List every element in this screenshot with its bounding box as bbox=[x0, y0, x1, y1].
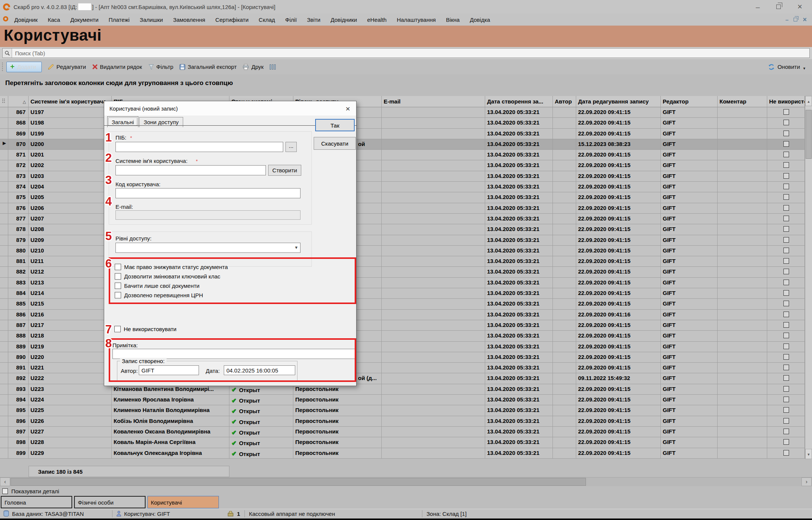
menu-item-6[interactable]: Замовлення bbox=[173, 17, 205, 23]
not-used-checkbox[interactable] bbox=[783, 194, 789, 200]
not-used-checkbox[interactable] bbox=[783, 290, 789, 296]
group-by-panel[interactable]: Перетягніть заголовок колонки сюди для у… bbox=[0, 75, 812, 96]
table-row-895[interactable]: 895U225Клименко Наталія Володимирівна✔От… bbox=[0, 405, 805, 416]
sysname-input[interactable] bbox=[115, 165, 266, 175]
not-used-checkbox[interactable] bbox=[783, 269, 789, 274]
not-used-checkbox[interactable] bbox=[783, 152, 789, 157]
email-input[interactable] bbox=[115, 210, 301, 220]
edit-button[interactable]: Редагувати bbox=[48, 64, 86, 70]
menu-item-8[interactable]: Склад bbox=[259, 17, 275, 23]
menu-item-5[interactable]: Залишки bbox=[140, 17, 163, 23]
menu-item-11[interactable]: Довідники bbox=[331, 17, 357, 23]
column-header-2[interactable]: Системне ім'я користувача bbox=[29, 96, 112, 107]
column-header-7[interactable]: Дата створення за... bbox=[485, 96, 553, 107]
column-header-8[interactable]: Автор bbox=[553, 96, 576, 107]
column-header-11[interactable]: Коментар bbox=[718, 96, 767, 107]
not-used-checkbox[interactable] bbox=[783, 248, 789, 253]
minimize-icon[interactable]: – bbox=[756, 3, 760, 11]
cancel-button[interactable]: Скасувати bbox=[314, 137, 356, 150]
not-used-checkbox[interactable] bbox=[783, 450, 789, 456]
menu-item-9[interactable]: Філії bbox=[285, 17, 297, 23]
table-row-899[interactable]: 899U229Ковальчук Олександра Ігорівна✔Отк… bbox=[0, 448, 805, 459]
export-button[interactable]: Загальний експорт bbox=[179, 64, 237, 70]
not-use-checkbox[interactable] bbox=[114, 326, 121, 332]
not-used-checkbox[interactable] bbox=[783, 365, 789, 370]
not-used-checkbox[interactable] bbox=[783, 354, 789, 360]
menu-item-4[interactable]: Платежі bbox=[109, 17, 130, 23]
column-header-9[interactable]: Дата редагування запису bbox=[576, 96, 661, 107]
not-used-checkbox[interactable] bbox=[783, 386, 789, 392]
not-used-checkbox[interactable] bbox=[783, 312, 789, 317]
not-used-checkbox[interactable] bbox=[783, 333, 789, 338]
menu-item-7[interactable]: Сертифікати bbox=[216, 17, 249, 23]
menu-item-2[interactable]: Каса bbox=[48, 17, 60, 23]
not-used-checkbox[interactable] bbox=[783, 205, 789, 211]
mdi-restore-icon[interactable] bbox=[794, 18, 797, 21]
not-used-checkbox[interactable] bbox=[783, 375, 789, 381]
refresh-dropdown-icon[interactable]: ▼ bbox=[803, 67, 806, 70]
show-details-checkbox[interactable] bbox=[2, 488, 8, 494]
scroll-left-button[interactable]: ‹ bbox=[0, 477, 10, 486]
menu-item-13[interactable]: Налаштування bbox=[397, 17, 436, 23]
vertical-scroll-thumb[interactable] bbox=[806, 110, 812, 159]
not-used-checkbox[interactable] bbox=[783, 429, 789, 434]
table-row-897[interactable]: 897U227Коваленко Оксана Володимирівна✔От… bbox=[0, 427, 805, 437]
usercode-input[interactable] bbox=[115, 188, 301, 198]
not-used-checkbox[interactable] bbox=[783, 418, 789, 424]
column-header-1[interactable]: △ bbox=[8, 96, 29, 107]
bottom-tab-1[interactable]: Головна bbox=[1, 496, 72, 508]
menu-item-15[interactable]: Довідка bbox=[470, 17, 490, 23]
not-used-checkbox[interactable] bbox=[783, 109, 789, 115]
search-input[interactable] bbox=[12, 50, 809, 56]
not-used-checkbox[interactable] bbox=[783, 141, 789, 147]
column-header-6[interactable]: E-mail bbox=[382, 96, 485, 107]
mdi-close-icon[interactable]: × bbox=[803, 16, 807, 24]
menu-item-10[interactable]: Звіти bbox=[307, 17, 320, 23]
not-used-checkbox[interactable] bbox=[783, 344, 789, 349]
close-icon[interactable]: × bbox=[797, 3, 802, 11]
not-used-checkbox[interactable] bbox=[783, 162, 789, 168]
not-used-checkbox[interactable] bbox=[783, 226, 789, 232]
table-row-894[interactable]: 894U224Клименко Ярослава Ігорівна✔Открыт… bbox=[0, 395, 805, 405]
not-used-checkbox[interactable] bbox=[783, 301, 789, 306]
table-row-898[interactable]: 898U228Коваль Марія-Анна Сергіївна✔Откры… bbox=[0, 437, 805, 448]
not-used-checkbox[interactable] bbox=[783, 131, 789, 136]
restore-icon[interactable] bbox=[776, 5, 781, 9]
menu-item-1[interactable]: Довідник bbox=[14, 17, 38, 23]
column-header-12[interactable]: Не використо... bbox=[767, 96, 805, 107]
column-header-10[interactable]: Редактор bbox=[661, 96, 718, 107]
dialog-close-icon[interactable]: × bbox=[346, 105, 350, 113]
mdi-minimize-icon[interactable]: – bbox=[785, 17, 788, 23]
columns-button[interactable] bbox=[270, 64, 276, 70]
menu-item-3[interactable]: Документи bbox=[70, 17, 99, 23]
scroll-up-button[interactable]: ▲ bbox=[805, 96, 812, 106]
not-used-checkbox[interactable] bbox=[783, 280, 789, 285]
not-used-checkbox[interactable] bbox=[783, 120, 789, 125]
not-used-checkbox[interactable] bbox=[783, 439, 789, 445]
menu-item-14[interactable]: Вікна bbox=[446, 17, 460, 23]
horizontal-scrollbar[interactable]: ‹ › bbox=[0, 477, 812, 486]
not-used-checkbox[interactable] bbox=[783, 173, 789, 179]
scroll-down-button[interactable]: ▼ bbox=[805, 449, 812, 459]
not-used-checkbox[interactable] bbox=[783, 237, 789, 243]
delete-row-button[interactable]: Видалити рядок bbox=[92, 64, 142, 70]
pib-lookup-button[interactable]: ... bbox=[285, 142, 297, 152]
not-used-checkbox[interactable] bbox=[783, 216, 789, 221]
search-field[interactable] bbox=[2, 48, 810, 58]
horizontal-scroll-thumb[interactable] bbox=[11, 478, 586, 486]
not-used-checkbox[interactable] bbox=[783, 258, 789, 264]
not-used-checkbox[interactable] bbox=[783, 322, 789, 328]
not-used-checkbox[interactable] bbox=[783, 407, 789, 413]
scroll-right-button[interactable]: › bbox=[801, 477, 812, 486]
print-button[interactable]: Друк bbox=[243, 64, 263, 70]
add-button[interactable]: + Додати bbox=[6, 62, 42, 72]
column-header-0[interactable] bbox=[0, 96, 8, 107]
create-button[interactable]: Створити bbox=[268, 165, 301, 176]
bottom-tab-2[interactable]: Фізичні особи bbox=[74, 496, 146, 508]
menu-item-12[interactable]: eHealth bbox=[367, 17, 387, 23]
search-icon[interactable] bbox=[3, 49, 12, 58]
refresh-button[interactable]: Оновити ▼ bbox=[768, 64, 812, 70]
not-used-checkbox[interactable] bbox=[783, 397, 789, 402]
toolbar-grip[interactable] bbox=[2, 62, 3, 72]
bottom-tab-3[interactable]: Користувачі bbox=[147, 496, 219, 508]
